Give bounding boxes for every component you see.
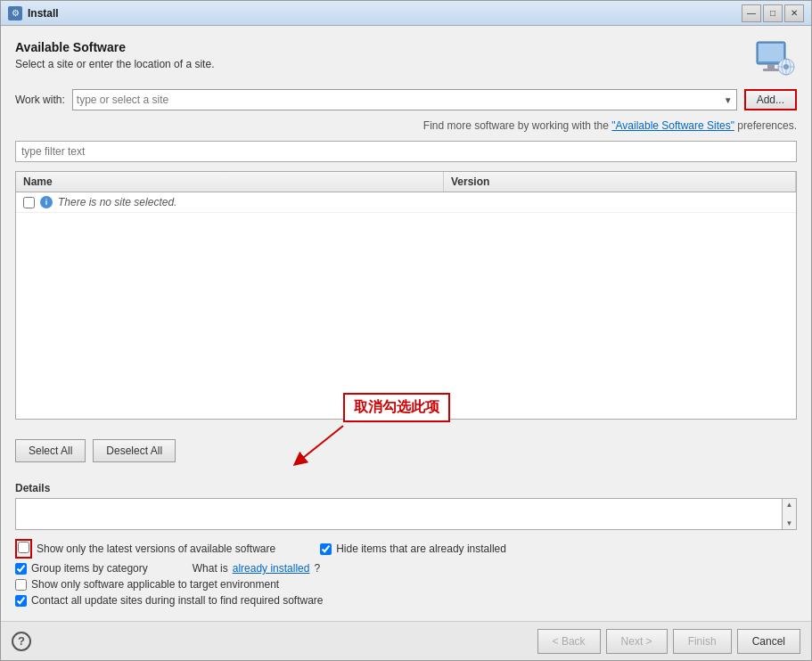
- info-icon: i: [40, 196, 53, 208]
- show-latest-checkbox-item: Show only the latest versions of availab…: [15, 539, 275, 559]
- group-by-category-label: Group items by category: [31, 562, 148, 575]
- show-latest-label: Show only the latest versions of availab…: [37, 543, 275, 555]
- scroll-down-icon[interactable]: ▼: [786, 519, 793, 527]
- details-scrollbar[interactable]: ▲ ▼: [782, 499, 796, 529]
- software-icon: [752, 40, 797, 80]
- show-applicable-label: Show only software applicable to target …: [31, 578, 279, 591]
- page-subtitle: Select a site or enter the location of a…: [15, 58, 214, 70]
- hide-installed-checkbox-item: Hide items that are already installed: [320, 539, 506, 559]
- content-area: Available Software Select a site or ente…: [1, 26, 811, 621]
- annotation-arrow-icon: [290, 421, 361, 466]
- checkbox-options: Show only the latest versions of availab…: [15, 539, 797, 607]
- svg-rect-3: [763, 69, 779, 71]
- available-software-sites-link[interactable]: "Available Software Sites": [611, 119, 734, 132]
- table-header: Name Version: [16, 172, 796, 192]
- work-with-combo[interactable]: type or select a site ▼ type or select a…: [72, 89, 737, 110]
- title-bar: ⚙ Install — □ ✕: [1, 1, 811, 26]
- header-left: Available Software Select a site or ente…: [15, 40, 214, 70]
- already-installed-link[interactable]: already installed: [233, 562, 310, 575]
- row-checkbox[interactable]: [23, 197, 35, 208]
- hide-installed-label: Hide items that are already installed: [336, 543, 506, 555]
- minimize-button[interactable]: —: [742, 4, 761, 22]
- table-body: i There is no site selected.: [16, 192, 796, 419]
- finish-button[interactable]: Finish: [673, 629, 732, 654]
- window-title: Install: [28, 7, 742, 20]
- cancel-button[interactable]: Cancel: [737, 629, 800, 654]
- find-more-row: Find more software by working with the "…: [15, 119, 797, 132]
- show-latest-highlight-box: [15, 539, 32, 559]
- annotation-text: 取消勾选此项: [343, 393, 450, 422]
- contact-update-sites-checkbox-item: Contact all update sites during install …: [15, 594, 797, 607]
- name-column-header: Name: [16, 172, 444, 192]
- header-section: Available Software Select a site or ente…: [15, 40, 797, 80]
- show-applicable-checkbox[interactable]: [15, 579, 27, 591]
- svg-line-9: [299, 426, 343, 461]
- already-installed-item: What is already installed ?: [193, 562, 320, 575]
- work-with-label: Work with:: [15, 94, 65, 106]
- svg-rect-2: [767, 64, 775, 69]
- checkbox-row-1: Show only the latest versions of availab…: [15, 539, 797, 559]
- contact-update-sites-label: Contact all update sites during install …: [31, 594, 324, 607]
- version-column-header: Version: [444, 172, 796, 192]
- group-by-category-checkbox[interactable]: [15, 563, 27, 575]
- nav-buttons: < Back Next > Finish Cancel: [537, 629, 800, 654]
- select-buttons-row: Select All Deselect All 取消勾选此项: [15, 428, 797, 473]
- back-button[interactable]: < Back: [537, 629, 601, 654]
- details-box: ▲ ▼: [15, 498, 797, 530]
- table-row: i There is no site selected.: [16, 192, 796, 213]
- group-by-category-checkbox-item: Group items by category: [15, 562, 148, 575]
- no-site-message: There is no site selected.: [58, 196, 176, 208]
- show-latest-checkbox[interactable]: [18, 542, 29, 553]
- help-icon[interactable]: ?: [12, 632, 31, 651]
- annotation-container: 取消勾选此项: [183, 428, 797, 473]
- hide-installed-checkbox[interactable]: [320, 543, 332, 555]
- bottom-bar: ? < Back Next > Finish Cancel: [1, 621, 811, 660]
- show-applicable-checkbox-item: Show only software applicable to target …: [15, 578, 797, 591]
- add-button[interactable]: Add...: [744, 89, 797, 110]
- deselect-all-button[interactable]: Deselect All: [93, 439, 176, 462]
- contact-update-sites-checkbox[interactable]: [15, 595, 27, 607]
- page-title: Available Software: [15, 40, 214, 54]
- find-more-prefix: Find more software by working with the: [423, 119, 611, 132]
- already-installed-prefix: What is: [193, 562, 228, 575]
- scroll-up-icon[interactable]: ▲: [786, 501, 793, 509]
- work-with-row: Work with: type or select a site ▼ type …: [15, 89, 797, 110]
- next-button[interactable]: Next >: [606, 629, 668, 654]
- select-all-button[interactable]: Select All: [15, 439, 86, 462]
- install-window: ⚙ Install — □ ✕ Available Software Selec…: [0, 0, 812, 661]
- maximize-button[interactable]: □: [763, 4, 783, 22]
- software-table: Name Version i There is no site selected…: [15, 171, 797, 420]
- checkbox-row-2: Group items by category What is already …: [15, 562, 797, 575]
- find-more-suffix: preferences.: [737, 119, 797, 132]
- window-controls: — □ ✕: [742, 4, 804, 22]
- details-label: Details: [15, 482, 797, 494]
- svg-rect-1: [759, 44, 783, 61]
- details-section: Details ▲ ▼: [15, 482, 797, 530]
- details-content: [16, 499, 782, 529]
- close-button[interactable]: ✕: [784, 4, 804, 22]
- already-installed-suffix: ?: [314, 562, 320, 575]
- window-icon: ⚙: [8, 6, 22, 20]
- filter-input[interactable]: [15, 141, 797, 162]
